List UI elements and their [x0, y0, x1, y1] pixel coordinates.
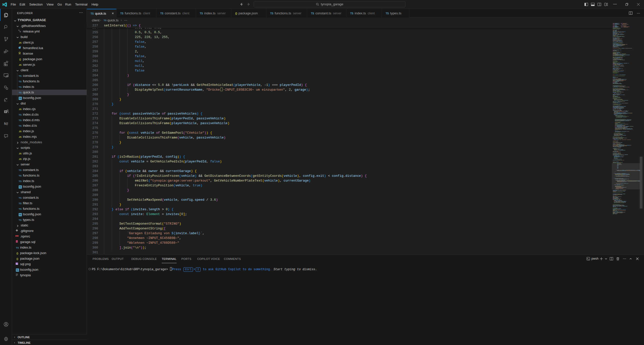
- svg-text:N: N: [4, 122, 7, 126]
- svg-text:T: T: [5, 110, 6, 113]
